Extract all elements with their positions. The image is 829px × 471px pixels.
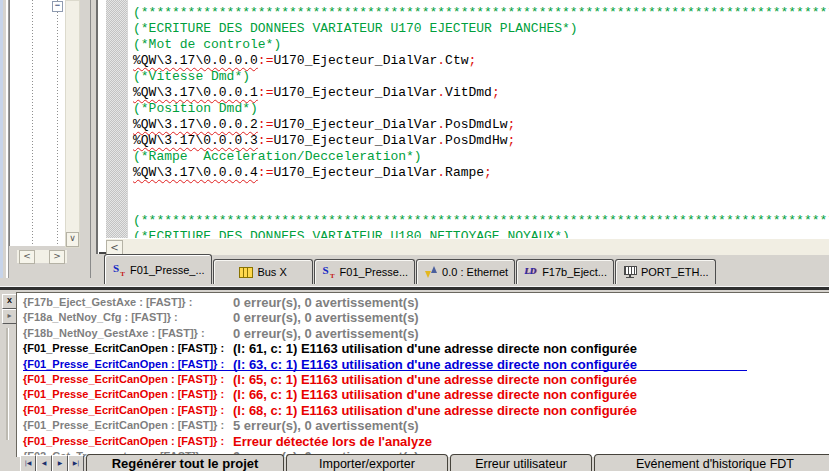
code-line: (*Vitesse Dmd*)	[133, 69, 829, 85]
output-row[interactable]: {F01_Presse_EcritCanOpen : [FAST]} :(l: …	[17, 387, 829, 402]
editor-horizontal-scrollbar[interactable]: <	[106, 238, 829, 255]
output-message: 0 erreur(s), 0 avertissement(s)	[233, 326, 419, 341]
doc-tab[interactable]: STF01_Presse...	[314, 259, 415, 284]
output-message: Erreur détectée lors de l'analyze	[233, 434, 432, 449]
code-line: %QW\3.17\0.0.0.2:=U170_Ejecteur_DialVar.…	[133, 117, 829, 133]
code-id: U170_Ejecteur_DialVar	[273, 85, 437, 100]
nav-arrow-icon[interactable]: |◀	[20, 455, 36, 471]
tree-collapse-icon[interactable]: −	[52, 1, 63, 12]
code-id: U170_Ejecteur_DialVar	[273, 165, 437, 180]
output-message: (l: 65, c: 1) E1163 utilisation d'une ad…	[233, 372, 637, 387]
output-row[interactable]: {F17b_Eject_GestAxe : [FAST]} :0 erreur(…	[17, 295, 829, 310]
output-message: 0 erreur(s), 0 avertissement(s)	[233, 295, 419, 310]
output-task: {F01_Presse_EcritCanOpen : [FAST]} :	[23, 434, 224, 449]
doc-tab[interactable]: 0.0 : Ethernet	[416, 259, 515, 284]
ld-letters: LD	[524, 266, 536, 276]
popout-icon[interactable]: ▸	[2, 309, 17, 324]
output-tab-label: Evénement d'historique FDT	[636, 456, 794, 471]
tree-horizontal-scrollbar[interactable]: < >	[17, 250, 67, 263]
output-row[interactable]: {F01_Presse_EcritCanOpen : [FAST]} :(l: …	[17, 341, 829, 356]
code-op: :=	[258, 133, 274, 148]
comment-text: (*Mot de controle*)	[133, 37, 281, 52]
output-row[interactable]: {F01_Presse_EcritCanOpen : [FAST]} :Erre…	[17, 434, 829, 449]
output-row[interactable]: {F01_Presse_EcritCanOpen : [FAST]} :5 er…	[17, 418, 829, 433]
code-line: (*Rampe Acceleration/Decceleration*)	[133, 149, 829, 165]
comment-text: (*ECRITURE DES DONNEES VARIATEUR U170 EJ…	[133, 21, 578, 36]
code-id: Rampe	[445, 165, 484, 180]
editor-code[interactable]: (***************************************…	[128, 0, 829, 243]
code-op: :=	[258, 117, 274, 132]
output-task: {F01_Presse_EcritCanOpen : [FAST]} :	[23, 387, 224, 402]
editor-gutter	[106, 0, 128, 238]
code-id: PosDmdHw	[445, 133, 507, 148]
code-addr: %QW\3.17\0.0.0.1	[133, 85, 258, 100]
output-row[interactable]: {F18a_NetNoy_Cfg : [FAST]} :0 erreur(s),…	[17, 310, 829, 325]
doc-tab[interactable]: PORT_ETH...	[615, 259, 716, 284]
output-message: 0 erreur(s), 0 avertissement(s)	[233, 310, 419, 325]
code-addr: %QW\3.17\0.0.0.0	[133, 53, 258, 68]
output-list[interactable]: {F17b_Eject_GestAxe : [FAST]} :0 erreur(…	[16, 292, 829, 457]
code-addr: %QW\3.17\0.0.0.4	[133, 165, 258, 180]
output-task: {F01_Presse_EcritCanOpen : [FAST]} :	[23, 372, 224, 387]
output-row[interactable]: {F18b_NetNoy_GestAxe : [FAST]} :0 erreur…	[17, 326, 829, 341]
output-message: (l: 63, c: 1) E1163 utilisation d'une ad…	[233, 357, 637, 372]
doc-tab-label: F17b_Eject...	[542, 266, 607, 278]
output-tab[interactable]: Evénement d'historique FDT	[594, 454, 829, 471]
nav-arrow-icon[interactable]: ▶|	[68, 455, 84, 471]
code-op: .	[437, 165, 445, 180]
code-op: .	[437, 117, 445, 132]
output-tab[interactable]: Erreur utilisateur	[450, 454, 592, 471]
output-task: {F01_Presse_EcritCanOpen : [FAST]} :	[23, 403, 224, 418]
close-icon[interactable]: x	[2, 294, 17, 309]
code-line: (*ECRITURE DES DONNEES VARIATEUR U170 EJ…	[133, 21, 829, 37]
scroll-down-icon[interactable]: ∨	[66, 232, 79, 247]
output-row[interactable]: {F01_Presse_EcritCanOpen : [FAST]} :(l: …	[17, 403, 829, 418]
code-op: ;	[468, 53, 476, 68]
nav-arrow-icon[interactable]: ▶	[52, 455, 68, 471]
code-line: %QW\3.17\0.0.0.0:=U170_Ejecteur_DialVar.…	[133, 53, 829, 69]
st-editor[interactable]: (***************************************…	[96, 0, 829, 254]
output-tab[interactable]: Regénérer tout le projet	[86, 454, 284, 471]
code-id: Ctw	[445, 53, 468, 68]
comment-text: (***************************************…	[133, 5, 829, 20]
output-task: {F01_Presse_EcritCanOpen : [FAST]} :	[23, 341, 224, 356]
code-id: U170_Ejecteur_DialVar	[273, 53, 437, 68]
output-drag-handle[interactable]	[6, 328, 8, 440]
tree-guide-line	[32, 0, 33, 246]
bus-shape	[239, 267, 253, 278]
doc-tab[interactable]: STF01_Presse_...	[104, 254, 212, 284]
output-task: {F18b_NetNoy_GestAxe : [FAST]} :	[23, 326, 205, 341]
scroll-right-icon[interactable]: >	[49, 250, 65, 264]
code-line: %QW\3.17\0.0.0.3:=U170_Ejecteur_DialVar.…	[133, 133, 829, 149]
doc-tab-label: Bus X	[257, 266, 286, 278]
output-tab-label: Importer/exporter	[319, 456, 415, 471]
st-letter: T	[120, 270, 125, 278]
output-message: (l: 68, c: 1) E1163 utilisation d'une ad…	[233, 403, 637, 418]
up-arrow	[431, 266, 437, 273]
window-splitter[interactable]	[0, 284, 829, 292]
comment-text: (*Position Dmd*)	[133, 101, 258, 116]
code-line	[133, 197, 829, 213]
scroll-left-icon[interactable]: <	[19, 250, 35, 264]
output-tab[interactable]: Importer/exporter	[286, 454, 448, 471]
code-op: .	[437, 133, 445, 148]
output-row[interactable]: {F01_Presse_EcritCanOpen : [FAST]} :(l: …	[17, 357, 829, 372]
output-nav-buttons: |◀◀▶▶|	[20, 455, 84, 471]
code-id: PosDmdLw	[445, 117, 507, 132]
code-line: (*Position Dmd*)	[133, 101, 829, 117]
nav-arrow-icon[interactable]: ◀	[36, 455, 52, 471]
st-letter: S	[113, 262, 119, 274]
output-tab-label: Erreur utilisateur	[475, 456, 567, 471]
output-tab-bar: Regénérer tout le projetImporter/exporte…	[84, 454, 829, 471]
output-row[interactable]: {F01_Presse_EcritCanOpen : [FAST]} :(l: …	[17, 372, 829, 387]
port-icon	[622, 265, 638, 279]
tree-view[interactable]: −	[9, 0, 66, 246]
tree-vertical-scrollbar[interactable]: ∨	[65, 0, 80, 248]
tree-guide-line	[57, 0, 58, 246]
code-line: (***************************************…	[133, 5, 829, 21]
doc-tab[interactable]: Bus X	[213, 259, 313, 284]
doc-tab-label: 0.0 : Ethernet	[442, 266, 508, 278]
output-task: {F01_Presse_EcritCanOpen : [FAST]} :	[23, 357, 224, 372]
code-op: ;	[508, 133, 516, 148]
doc-tab[interactable]: LDF17b_Eject...	[516, 259, 614, 284]
